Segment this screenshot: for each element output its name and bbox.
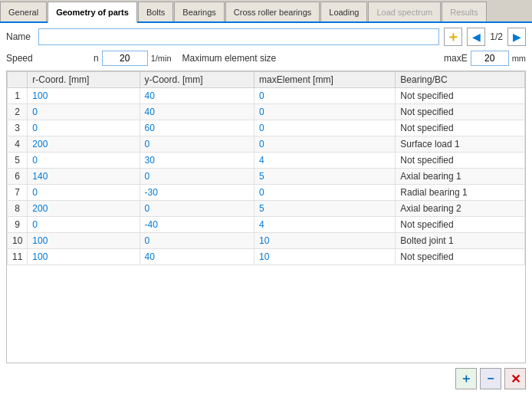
tab-loading[interactable]: Loading [320,2,367,21]
row-y-coord: 0 [140,233,255,249]
table-row[interactable]: 111004010Not specified [8,249,525,265]
table-row[interactable]: 30600Not specified [8,120,525,136]
row-max-element: 0 [255,185,396,201]
row-y-coord: 40 [140,249,255,265]
row-max-element: 5 [255,201,396,217]
name-row: Name ＋ ◀ 1/2 ▶ [6,28,526,46]
row-num: 10 [8,233,28,249]
nav-controls: ◀ 1/2 ▶ [467,28,526,46]
row-y-coord: 60 [140,120,255,136]
remove-row-button[interactable]: − [480,368,501,389]
row-bearing: Axial bearing 1 [396,169,525,185]
row-max-element: 10 [255,233,396,249]
row-y-coord: 30 [140,153,255,169]
max-element-size-label: Maximum element size [182,53,277,64]
row-y-coord: -30 [140,185,255,201]
speed-row: Speed n 1/min Maximum element size maxE … [6,51,526,66]
row-bearing: Axial bearing 2 [396,201,525,217]
maxe-label: maxE [444,53,468,64]
row-y-coord: 40 [140,88,255,104]
table-row[interactable]: 1100400Not specified [8,88,525,104]
tab-results: Results [442,2,487,21]
maxe-input[interactable] [471,51,509,66]
row-r-coord: 0 [28,104,140,120]
row-num: 6 [8,169,28,185]
row-max-element: 0 [255,104,396,120]
table-row[interactable]: 90-404Not specified [8,217,525,233]
prev-page-button[interactable]: ◀ [467,28,485,46]
name-input[interactable] [38,28,439,45]
col-bearing: Bearing/BC [396,72,525,88]
row-r-coord: 0 [28,217,140,233]
row-num: 1 [8,88,28,104]
col-r-coord: r-Coord. [mm] [28,72,140,88]
speed-unit-label: 1/min [151,54,172,63]
row-y-coord: -40 [140,217,255,233]
add-row-button[interactable]: ＋ [455,368,477,389]
row-r-coord: 100 [28,88,140,104]
tab-bolts[interactable]: Bolts [138,2,173,21]
row-r-coord: 0 [28,153,140,169]
geometry-table-container: r-Coord. [mm] y-Coord. [mm] maxElement [… [6,71,526,363]
table-row[interactable]: 20400Not specified [8,104,525,120]
speed-label: Speed [6,53,44,64]
row-y-coord: 0 [140,136,255,153]
bottom-bar: ＋ − ✕ [6,363,526,389]
row-bearing: Not specified [396,249,525,265]
maxe-unit-label: mm [512,54,526,63]
table-row[interactable]: 70-300Radial bearing 1 [8,185,525,201]
row-max-element: 0 [255,136,396,153]
row-y-coord: 0 [140,201,255,217]
row-r-coord: 100 [28,249,140,265]
table-header-row: r-Coord. [mm] y-Coord. [mm] maxElement [… [8,72,525,88]
plus-icon: ＋ [446,28,460,46]
row-y-coord: 40 [140,104,255,120]
row-bearing: Not specified [396,217,525,233]
row-bearing: Not specified [396,88,525,104]
close-button[interactable]: ✕ [504,368,526,389]
add-row-icon: ＋ [460,371,472,387]
row-bearing: Radial bearing 1 [396,185,525,201]
page-indicator: 1/2 [487,31,506,42]
table-row[interactable]: 614005Axial bearing 1 [8,169,525,185]
row-bearing: Bolted joint 1 [396,233,525,249]
col-max-element: maxElement [mm] [255,72,396,88]
row-max-element: 10 [255,249,396,265]
row-r-coord: 200 [28,201,140,217]
row-num: 3 [8,120,28,136]
geometry-table: r-Coord. [mm] y-Coord. [mm] maxElement [… [7,71,525,265]
tab-cross-roller-bearings[interactable]: Cross roller bearings [225,2,320,21]
table-row[interactable]: 420000Surface load 1 [8,136,525,153]
row-num: 5 [8,153,28,169]
row-max-element: 5 [255,169,396,185]
row-y-coord: 0 [140,169,255,185]
row-r-coord: 0 [28,120,140,136]
row-num: 2 [8,104,28,120]
add-part-button[interactable]: ＋ [444,28,462,46]
speed-input[interactable] [102,51,148,66]
row-num: 4 [8,136,28,153]
main-content: Name ＋ ◀ 1/2 ▶ Speed n 1/min Maximum ele… [0,23,532,394]
next-page-button[interactable]: ▶ [507,28,526,46]
tab-geometry[interactable]: Geometry of parts [48,2,137,23]
row-max-element: 0 [255,120,396,136]
table-row[interactable]: 10100010Bolted joint 1 [8,233,525,249]
col-y-coord: y-Coord. [mm] [140,72,255,88]
speed-n-label: n [94,53,99,64]
row-num: 8 [8,201,28,217]
name-label: Name [6,31,34,42]
minus-icon: − [487,372,494,386]
tab-general[interactable]: General [0,2,47,21]
tab-load-spectrum: Load spectrum [368,2,441,21]
row-bearing: Not specified [396,120,525,136]
tab-bar: General Geometry of parts Bolts Bearings… [0,0,532,23]
row-num: 11 [8,249,28,265]
row-bearing: Not specified [396,104,525,120]
row-num: 7 [8,185,28,201]
tab-bearings[interactable]: Bearings [174,2,224,21]
table-row[interactable]: 50304Not specified [8,153,525,169]
row-r-coord: 0 [28,185,140,201]
table-row[interactable]: 820005Axial bearing 2 [8,201,525,217]
close-icon: ✕ [511,372,521,386]
row-r-coord: 100 [28,233,140,249]
